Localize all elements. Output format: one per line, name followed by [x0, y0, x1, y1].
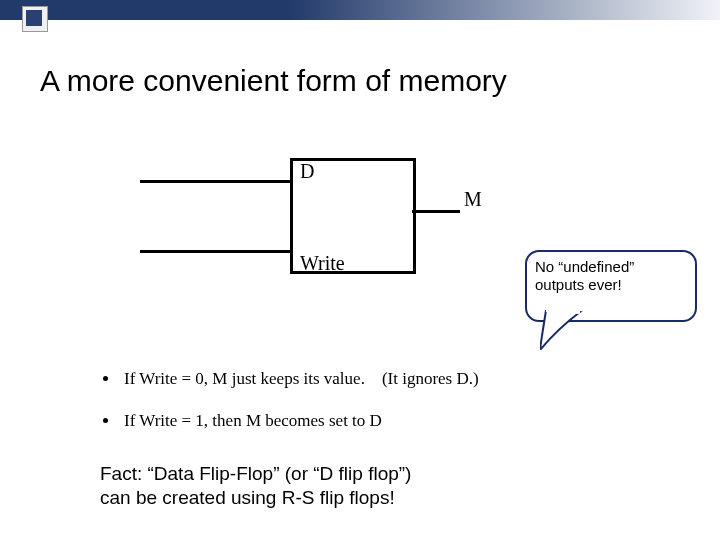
- bullet-1-text: If Write = 0, M just keeps its value.: [124, 369, 365, 388]
- fact-text: Fact: “Data Flip-Flop” (or “D flip flop”…: [100, 462, 411, 510]
- fact-line1: Fact: “Data Flip-Flop” (or “D flip flop”…: [100, 463, 411, 484]
- bullet-write-0: If Write = 0, M just keeps its value. (I…: [120, 369, 479, 389]
- header-gradient: [0, 0, 720, 20]
- header-bar: [0, 0, 720, 36]
- wire-write: [140, 250, 290, 253]
- label-m: M: [464, 188, 482, 211]
- label-write: Write: [300, 252, 345, 275]
- behavior-bullets: If Write = 0, M just keeps its value. (I…: [80, 369, 479, 453]
- callout-line1: No “undefined”: [535, 258, 634, 275]
- callout-line2: outputs ever!: [535, 276, 622, 293]
- slide-title: A more convenient form of memory: [40, 64, 507, 98]
- wire-d: [140, 180, 290, 183]
- callout-tail-icon: [540, 310, 584, 350]
- wire-m: [412, 210, 460, 213]
- bullet-write-1: If Write = 1, then M becomes set to D: [120, 411, 479, 431]
- fact-line2: can be created using R-S flip flops!: [100, 487, 395, 508]
- label-d: D: [300, 160, 314, 183]
- square-icon-inner: [26, 10, 42, 26]
- bullet-1-paren: (It ignores D.): [382, 369, 479, 388]
- flip-flop-diagram: D Write M: [140, 140, 460, 300]
